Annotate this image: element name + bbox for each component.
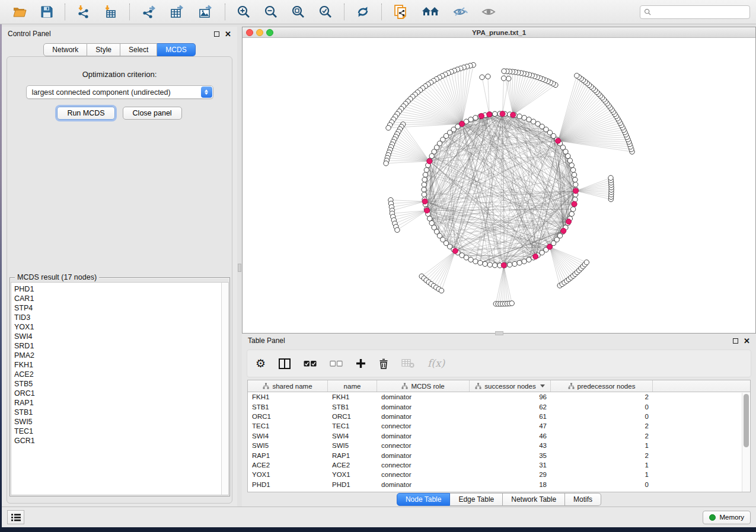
create-column-button[interactable] <box>356 358 366 368</box>
tab-mcds[interactable]: MCDS <box>157 43 195 56</box>
graph-node[interactable] <box>522 116 527 120</box>
graph-node[interactable] <box>527 117 531 122</box>
zoom-selected-button[interactable] <box>316 4 335 20</box>
graph-node[interactable] <box>492 111 497 116</box>
delete-table-button[interactable] <box>401 359 414 368</box>
memory-button[interactable]: Memory <box>703 511 751 524</box>
table-row[interactable]: ORC1ORC1dominator610 <box>248 412 750 421</box>
table-settings-button[interactable]: ⚙ <box>256 358 266 369</box>
list-item[interactable]: YOX1 <box>14 322 221 332</box>
zoom-fit-button[interactable] <box>289 4 308 20</box>
list-item[interactable]: PHD1 <box>14 284 221 294</box>
run-mcds-button[interactable]: Run MCDS <box>57 107 114 120</box>
graph-node[interactable] <box>569 163 574 168</box>
select-all-columns-button[interactable] <box>304 360 317 367</box>
graph-node[interactable] <box>422 177 427 182</box>
result-list-scrollbar[interactable] <box>221 282 229 495</box>
import-network-button[interactable] <box>74 4 93 20</box>
list-item[interactable]: SWI4 <box>14 332 221 341</box>
graph-dominator-node[interactable] <box>501 262 506 268</box>
export-table-button[interactable] <box>167 4 187 20</box>
list-item[interactable]: GCR1 <box>14 436 221 446</box>
graph-node[interactable] <box>501 76 506 81</box>
float-panel-icon[interactable] <box>733 338 738 344</box>
graph-node[interactable] <box>570 207 575 211</box>
graph-node[interactable] <box>569 211 574 216</box>
graph-node[interactable] <box>573 177 578 182</box>
graph-node[interactable] <box>423 172 428 177</box>
table-row[interactable]: PHD1PHD1dominator180 <box>248 480 750 489</box>
graph-node[interactable] <box>422 187 426 192</box>
hide-selected-button[interactable] <box>450 5 470 19</box>
graph-node[interactable] <box>422 182 426 187</box>
graph-dominator-node[interactable] <box>479 113 484 118</box>
column-header-successor-nodes[interactable]: successor nodes <box>470 380 551 392</box>
graph-node[interactable] <box>509 301 514 306</box>
list-item[interactable]: RAP1 <box>14 398 221 408</box>
tab-network-table[interactable]: Network Table <box>503 493 565 506</box>
graph-node[interactable] <box>570 168 575 172</box>
graph-dominator-node[interactable] <box>572 201 577 207</box>
graph-node[interactable] <box>473 259 478 264</box>
graph-dominator-node[interactable] <box>533 254 538 259</box>
graph-node[interactable] <box>517 260 522 265</box>
list-item[interactable]: STB1 <box>14 408 221 417</box>
graph-dominator-node[interactable] <box>511 112 516 117</box>
export-image-button[interactable] <box>196 4 216 20</box>
unselect-all-columns-button[interactable] <box>330 360 343 367</box>
table-row[interactable]: FKH1FKH1dominator962 <box>248 392 750 402</box>
graph-node[interactable] <box>487 262 492 267</box>
graph-node[interactable] <box>478 260 483 265</box>
table-panel-grip[interactable] <box>495 331 503 335</box>
graph-node[interactable] <box>572 172 576 177</box>
table-row[interactable]: SWI4SWI4dominator462 <box>248 431 750 441</box>
table-row[interactable]: SWI5SWI5connector431 <box>248 441 750 450</box>
table-row[interactable]: ACE2ACE2connector311 <box>248 460 750 470</box>
graph-dominator-node[interactable] <box>573 188 579 194</box>
column-header-predecessor-nodes[interactable]: predecessor nodes <box>551 380 653 392</box>
graph-node[interactable] <box>506 76 511 81</box>
splitter-grip[interactable] <box>238 264 241 272</box>
graph-node[interactable] <box>422 192 426 197</box>
graph-dominator-node[interactable] <box>460 121 465 127</box>
graph-dominator-node[interactable] <box>566 219 572 225</box>
network-canvas[interactable] <box>243 38 755 332</box>
tab-style[interactable]: Style <box>87 43 120 56</box>
export-network-button[interactable] <box>139 4 159 20</box>
graph-node[interactable] <box>480 75 484 79</box>
graph-node[interactable] <box>386 126 391 130</box>
import-table-button[interactable] <box>101 4 120 20</box>
graph-dominator-node[interactable] <box>422 199 428 204</box>
list-item[interactable]: ORC1 <box>14 389 221 398</box>
tab-node-table[interactable]: Node Table <box>397 493 451 506</box>
list-item[interactable]: SRD1 <box>14 341 221 351</box>
graph-node[interactable] <box>512 261 517 266</box>
float-panel-icon[interactable] <box>214 31 219 37</box>
graph-node[interactable] <box>502 69 506 73</box>
graph-node[interactable] <box>439 288 444 293</box>
graph-node[interactable] <box>608 175 613 180</box>
graph-dominator-node[interactable] <box>425 208 430 213</box>
column-header-name[interactable]: name <box>328 380 377 392</box>
zoom-in-button[interactable] <box>234 4 253 20</box>
graph-node[interactable] <box>486 74 490 79</box>
graph-node[interactable] <box>508 262 512 267</box>
graph-dominator-node[interactable] <box>561 228 566 233</box>
tab-network[interactable]: Network <box>43 43 87 56</box>
open-file-button[interactable] <box>10 4 30 20</box>
graph-node[interactable] <box>424 168 429 172</box>
graph-node[interactable] <box>483 261 487 266</box>
list-item[interactable]: TID3 <box>14 313 221 322</box>
vertical-splitter[interactable] <box>237 27 242 507</box>
graph-dominator-node[interactable] <box>487 112 492 117</box>
graph-node[interactable] <box>473 116 478 120</box>
first-neighbors-button[interactable] <box>419 4 442 20</box>
tab-motifs[interactable]: Motifs <box>565 493 601 506</box>
table-row[interactable]: STB1STB1dominator620 <box>248 402 750 411</box>
list-item[interactable]: PMA2 <box>14 351 221 360</box>
save-button[interactable] <box>38 4 56 20</box>
column-header-MCDS-role[interactable]: MCDS role <box>377 380 470 392</box>
close-panel-icon[interactable]: ✕ <box>225 30 231 38</box>
list-item[interactable]: CAR1 <box>14 294 221 303</box>
close-panel-icon[interactable]: ✕ <box>744 337 750 345</box>
